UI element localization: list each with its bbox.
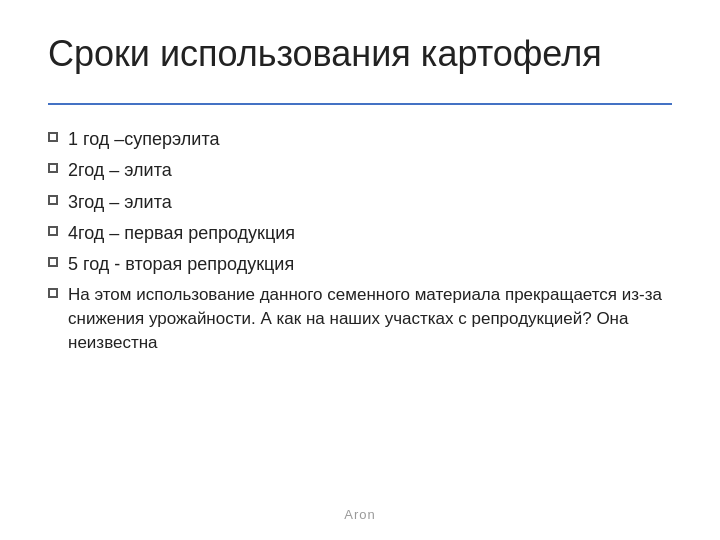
slide-title: Сроки использования картофеля <box>48 32 672 75</box>
bullet-item: 2год – элита <box>48 158 672 183</box>
bullet-text: На этом использование данного семенного … <box>68 283 672 354</box>
bullet-marker <box>48 195 58 205</box>
bullet-list: 1 год –суперэлита2год – элита3год – элит… <box>48 127 672 354</box>
slide: Сроки использования картофеля 1 год –суп… <box>0 0 720 540</box>
bullet-marker <box>48 226 58 236</box>
bullet-marker <box>48 257 58 267</box>
bullet-item: 1 год –суперэлита <box>48 127 672 152</box>
bullet-text: 2год – элита <box>68 158 672 183</box>
bullet-text: 4год – первая репродукция <box>68 221 672 246</box>
author-label: Aron <box>344 507 375 522</box>
bullet-text: 5 год - вторая репродукция <box>68 252 672 277</box>
title-divider <box>48 103 672 105</box>
bullet-marker <box>48 132 58 142</box>
bullet-marker <box>48 163 58 173</box>
bullet-text: 3год – элита <box>68 190 672 215</box>
bullet-item: 3год – элита <box>48 190 672 215</box>
bullet-item: 5 год - вторая репродукция <box>48 252 672 277</box>
bullet-item: 4год – первая репродукция <box>48 221 672 246</box>
bullet-item: На этом использование данного семенного … <box>48 283 672 354</box>
bullet-text: 1 год –суперэлита <box>68 127 672 152</box>
bullet-marker <box>48 288 58 298</box>
